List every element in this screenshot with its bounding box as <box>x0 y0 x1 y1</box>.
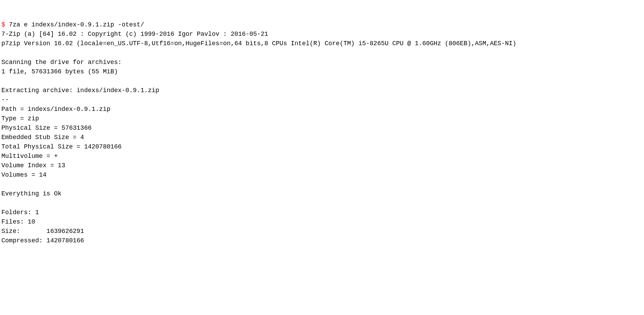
shell-prompt: $ <box>1 21 5 28</box>
shell-command: 7za e indexs/index-0.9.1.zip -otest/ <box>5 21 144 28</box>
shell-output: 7-Zip (a) [64] 16.02 : Copyright (c) 199… <box>1 31 516 244</box>
